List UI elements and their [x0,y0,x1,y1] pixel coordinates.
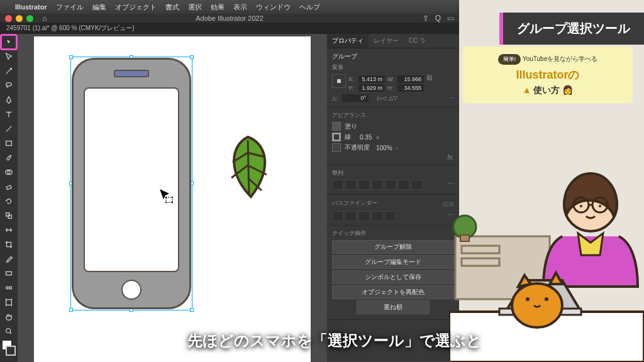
opacity-swatch[interactable] [332,143,341,152]
document-tab[interactable]: 2459701 (1).ai* @ 600 % (CMYK/プレビュー) [0,23,459,34]
reference-point[interactable] [332,74,346,88]
lasso-tool[interactable] [1,79,16,92]
phone-artwork[interactable] [72,58,191,309]
leaf-artwork[interactable] [216,131,279,209]
w-value[interactable]: 15.966 [397,75,424,83]
blend-tool[interactable] [1,281,16,295]
rectangle-tool[interactable] [1,136,16,150]
line-tool[interactable] [1,122,16,136]
brush-tool[interactable] [1,151,16,165]
rotate-value[interactable]: 0° [342,94,369,102]
scale-tool[interactable] [1,209,16,222]
tab-layers[interactable]: レイヤー [369,34,404,48]
pathfinder-expand[interactable]: 拡張 [443,200,454,209]
align-right-icon[interactable] [358,180,370,190]
svg-rect-22 [462,258,499,266]
opacity-value[interactable]: 100% [376,145,392,151]
link-icon[interactable]: ⛓ [426,74,433,93]
type-tool[interactable] [1,107,16,121]
ungroup-button[interactable]: グループ解除 [332,240,454,254]
shape-builder-tool[interactable] [1,165,16,179]
properties-panel: プロパティ レイヤー CC ラ グループ 変形 X:5.413 mW:15.96… [327,34,459,362]
h-value[interactable]: 34.555 [397,84,424,92]
svg-point-33 [526,297,530,301]
eraser-tool[interactable] [1,180,16,194]
search-icon[interactable]: Q [435,14,441,23]
pf-intersect-icon[interactable] [358,211,370,221]
tab-cc[interactable]: CC ラ [404,34,431,48]
tab-properties[interactable]: プロパティ [327,34,369,48]
pen-tool[interactable] [1,93,16,107]
align-bottom-icon[interactable] [398,180,409,190]
menubar-item[interactable]: オブジェクト [115,3,157,12]
width-tool[interactable] [1,223,16,237]
align-top-icon[interactable] [372,180,383,190]
svg-rect-6 [8,215,11,218]
hand-tool[interactable] [1,310,16,324]
pathfinder-title: パスファインダー [332,199,377,207]
menubar-item[interactable]: ヘルプ [299,3,320,12]
more-icon[interactable]: ⋯ [448,180,454,190]
svg-point-25 [564,178,617,231]
group-edit-button[interactable]: グループ編集モード [332,255,454,269]
rotate-tool[interactable] [1,194,16,208]
minimize-icon[interactable] [16,15,23,22]
canvas[interactable] [18,34,327,362]
zoom-tool[interactable] [1,324,16,338]
macos-menubar: Illustrator ファイル 編集 オブジェクト 書式 選択 効果 表示 ウ… [0,0,459,14]
align-left-icon[interactable] [332,180,343,190]
save-symbol-button[interactable]: シンボルとして保存 [332,270,454,284]
eyedropper-tool[interactable] [1,252,16,266]
close-icon[interactable] [5,15,12,22]
stroke-swatch[interactable] [332,133,341,141]
arrange-button[interactable]: 重ね順 [357,300,430,314]
fill-swatch[interactable] [332,122,341,131]
menubar-item[interactable]: 効果 [211,3,225,12]
distribute-icon[interactable] [411,180,423,190]
transform-title: 変形 [332,63,454,72]
fill-stroke-swatch[interactable] [2,340,16,356]
menubar-item[interactable]: 書式 [165,3,179,12]
menubar-item[interactable]: 表示 [233,3,247,12]
svg-point-28 [580,205,582,207]
flip-h-icon[interactable]: ▷◁ [377,95,386,101]
svg-point-14 [6,329,11,333]
selection-tool[interactable] [1,35,16,49]
menubar-item[interactable]: ファイル [56,3,84,12]
svg-point-9 [11,246,12,248]
appearance-title: アピアランス [332,111,454,119]
gradient-tool[interactable] [1,266,16,280]
pf-minus-icon[interactable] [345,211,357,221]
x-value[interactable]: 5.413 m [358,75,385,83]
flip-v-icon[interactable]: △▽ [389,95,397,101]
arrange-icon[interactable]: ▭ [447,14,454,23]
magic-wand-tool[interactable] [1,64,16,78]
y-value[interactable]: 1.929 m [358,84,385,92]
pf-unite-icon[interactable] [332,211,343,221]
svg-point-8 [6,242,8,243]
tools-panel [0,34,18,362]
svg-point-27 [592,197,608,212]
stroke-weight[interactable]: 0.35 [360,134,372,141]
character-illustration [449,123,644,362]
menubar-app[interactable]: Illustrator [15,3,47,11]
pf-exclude-icon[interactable] [372,211,383,221]
menubar-item[interactable]: 編集 [92,3,106,12]
direct-selection-tool[interactable] [1,50,16,63]
fx-icon[interactable]: fx. [332,154,454,161]
align-vcenter-icon[interactable] [385,180,396,190]
fill-label: 塗り [345,122,357,131]
artboard[interactable] [34,36,311,362]
menubar-item[interactable]: ウィンドウ [256,3,291,12]
artboard-tool[interactable] [1,295,16,309]
fullscreen-icon[interactable] [26,15,33,22]
pf-divide-icon[interactable] [385,211,396,221]
free-transform-tool[interactable] [1,238,16,251]
more-icon[interactable]: ⋯ [448,211,454,221]
home-icon[interactable]: ⌂ [42,14,47,23]
share-icon[interactable]: ⇪ [423,14,429,23]
menubar-item[interactable]: 選択 [188,3,202,12]
align-hcenter-icon[interactable] [345,180,357,190]
recolor-button[interactable]: オブジェクトを再配色 [332,285,454,299]
more-icon[interactable]: ⋯ [448,95,454,101]
